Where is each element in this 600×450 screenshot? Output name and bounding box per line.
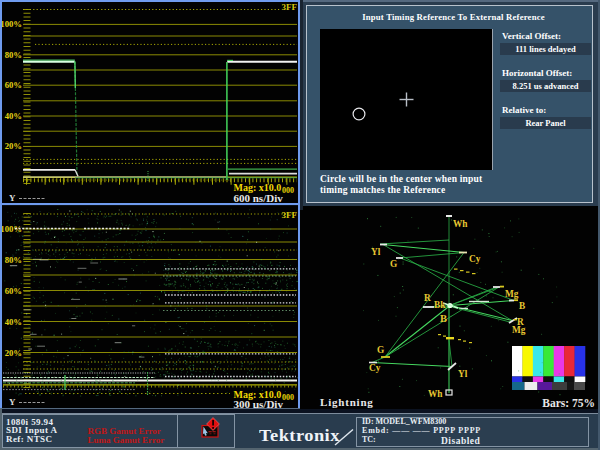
svg-text:G: G (377, 345, 384, 355)
svg-text:80%: 80% (5, 50, 22, 60)
svg-text:Y: Y (9, 193, 16, 203)
svg-text:Yl: Yl (458, 369, 468, 379)
svg-text:Mg: Mg (505, 289, 519, 299)
svg-text:Cy: Cy (369, 363, 381, 373)
svg-text:R: R (424, 293, 431, 303)
svg-text:100%: 100% (2, 19, 22, 29)
svg-text:B: B (440, 313, 447, 324)
svg-text:Wh: Wh (428, 389, 443, 399)
svg-text:Wh: Wh (453, 219, 468, 229)
svg-text:Bars: 75%: Bars: 75% (542, 397, 595, 409)
svg-text:Cy: Cy (469, 254, 481, 264)
svg-text:40%: 40% (5, 111, 22, 121)
svg-text:Yl: Yl (371, 247, 381, 257)
svg-text:000: 000 (282, 186, 294, 195)
svg-text:B: B (519, 301, 525, 311)
svg-text:3FF: 3FF (282, 2, 298, 12)
svg-text:3FF: 3FF (282, 210, 298, 220)
svg-text:000: 000 (282, 393, 294, 402)
svg-text:Y: Y (9, 397, 16, 407)
svg-text:G: G (390, 259, 397, 269)
svg-text:Bk: Bk (434, 300, 446, 310)
svg-text:60%: 60% (5, 80, 22, 90)
svg-text:Lightning: Lightning (320, 396, 374, 408)
svg-text:Mg: Mg (512, 325, 526, 335)
svg-text:20%: 20% (5, 141, 22, 151)
